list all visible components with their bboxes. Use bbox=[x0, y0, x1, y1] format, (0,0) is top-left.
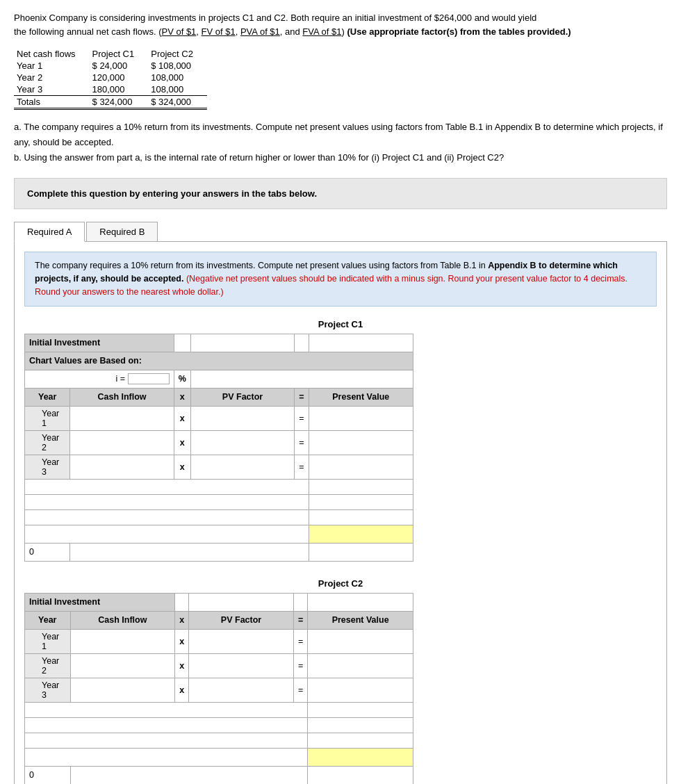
c1-year3-pv-field[interactable] bbox=[313, 462, 409, 472]
c2-year3-cash-inflow-field[interactable] bbox=[75, 685, 171, 695]
c1-year3-pv-factor-field[interactable] bbox=[195, 462, 290, 472]
project-c2-table: Initial Investment Year Cash Inflow x PV… bbox=[24, 593, 413, 784]
c1-year1-present-value[interactable] bbox=[309, 406, 413, 430]
c1-year3-cash-inflow-field[interactable] bbox=[74, 462, 169, 472]
c1-init-pv-input[interactable] bbox=[309, 334, 413, 352]
c2-year1-cash-inflow[interactable] bbox=[70, 629, 175, 653]
c2-year3-pv-field[interactable] bbox=[312, 685, 409, 695]
c1-year2-pv-factor-field[interactable] bbox=[195, 438, 290, 448]
c1-year1-cash-inflow[interactable] bbox=[70, 406, 174, 430]
c1-th-year: Year bbox=[25, 388, 70, 406]
c1-yellow-value[interactable] bbox=[309, 525, 413, 543]
c2-init-pv-input[interactable] bbox=[308, 593, 413, 611]
c1-yellow-field[interactable] bbox=[313, 529, 409, 539]
c2-init-factor-input[interactable] bbox=[189, 593, 294, 611]
c1-i-label: i = bbox=[25, 370, 174, 388]
c2-year1-pv-field[interactable] bbox=[312, 637, 409, 646]
c1-pct-symbol: % bbox=[174, 370, 190, 388]
c1-year1-equals: = bbox=[295, 406, 309, 430]
c2-year1-cash-inflow-field[interactable] bbox=[75, 637, 171, 646]
c1-empty1-right[interactable] bbox=[309, 479, 413, 494]
totals-c2: $ 324,000 bbox=[148, 96, 207, 109]
c2-year2-cash-inflow[interactable] bbox=[70, 653, 175, 678]
fva-link[interactable]: FVA of $1 bbox=[302, 26, 341, 37]
c2-year3-pv-factor[interactable] bbox=[189, 678, 294, 702]
c2-year2-cash-inflow-field[interactable] bbox=[75, 661, 171, 671]
c2-yellow-value[interactable] bbox=[308, 748, 413, 766]
c2-year2-present-value[interactable] bbox=[308, 653, 413, 678]
c2-year1-x: x bbox=[175, 629, 189, 653]
c2-empty1-right[interactable] bbox=[308, 702, 413, 717]
c2-year1-present-value[interactable] bbox=[308, 629, 413, 653]
project-c1-title: Project C1 bbox=[24, 319, 657, 329]
c1-zero-label: 0 bbox=[25, 543, 70, 561]
info-text-3: (Negative net present values should be i… bbox=[186, 274, 399, 284]
complete-text: Complete this question by entering your … bbox=[27, 188, 317, 199]
c1-empty2-right-field[interactable] bbox=[313, 497, 409, 507]
c2-year3-pv-factor-field[interactable] bbox=[193, 685, 289, 695]
c1-th-equals: = bbox=[295, 388, 309, 406]
c1-year2-present-value[interactable] bbox=[309, 430, 413, 455]
pv-link[interactable]: PV of $1 bbox=[161, 26, 196, 37]
c1-init-pv-field[interactable] bbox=[313, 338, 409, 348]
c1-zero-pv-field[interactable] bbox=[313, 547, 409, 557]
c1-year2-cash-inflow-field[interactable] bbox=[74, 438, 169, 448]
c1-init-factor-input[interactable] bbox=[190, 334, 294, 352]
c2-zero-pv[interactable] bbox=[308, 766, 413, 784]
c2-yellow-field[interactable] bbox=[312, 752, 409, 762]
tab-required-b[interactable]: Required B bbox=[86, 222, 158, 241]
c1-empty2-right[interactable] bbox=[309, 494, 413, 509]
col-header-3: Project C2 bbox=[148, 48, 207, 60]
c1-empty1-right-field[interactable] bbox=[313, 482, 409, 491]
c2-empty2-right-field[interactable] bbox=[312, 720, 409, 730]
c1-year1-cash-inflow-field[interactable] bbox=[74, 414, 169, 423]
c1-initial-investment-label: Initial Investment bbox=[25, 334, 174, 352]
fv-link[interactable]: FV of $1 bbox=[202, 26, 236, 37]
c2-empty3-right[interactable] bbox=[308, 733, 413, 748]
c1-init-factor-field[interactable] bbox=[195, 338, 290, 348]
c1-year1-pv-factor[interactable] bbox=[190, 406, 294, 430]
c1-year3-cash-inflow[interactable] bbox=[70, 455, 174, 479]
c2-year1-pv-factor-field[interactable] bbox=[193, 637, 289, 646]
row-year2-label: Year 2 bbox=[14, 72, 90, 83]
c2-empty3-right-field[interactable] bbox=[312, 735, 409, 745]
tab-required-a[interactable]: Required A bbox=[14, 222, 85, 242]
c1-zero-pv[interactable] bbox=[309, 543, 413, 561]
c2-empty1-right-field[interactable] bbox=[312, 705, 409, 714]
c2-year3-cash-inflow[interactable] bbox=[70, 678, 175, 702]
c1-empty3-right-field[interactable] bbox=[313, 512, 409, 522]
c1-year1-pv-factor-field[interactable] bbox=[195, 414, 290, 423]
c1-year2-pv-factor[interactable] bbox=[190, 430, 294, 455]
c1-year3-pv-factor[interactable] bbox=[190, 455, 294, 479]
c1-year2-cash-inflow[interactable] bbox=[70, 430, 174, 455]
col-header-2: Project C1 bbox=[90, 48, 149, 60]
c2-year2-pv-factor-field[interactable] bbox=[193, 661, 289, 671]
c1-year2-pv-field[interactable] bbox=[313, 438, 409, 448]
c2-init-pv-field[interactable] bbox=[312, 597, 409, 607]
c2-init-x bbox=[175, 593, 189, 611]
pva-link[interactable]: PVA of $1 bbox=[240, 26, 280, 37]
c2-zero-spacer bbox=[70, 766, 308, 784]
c2-empty2-left bbox=[25, 717, 308, 733]
c2-th-x: x bbox=[175, 611, 189, 629]
c1-year3-present-value[interactable] bbox=[309, 455, 413, 479]
c1-th-pv-factor: PV Factor bbox=[190, 388, 294, 406]
c1-i-input[interactable] bbox=[128, 373, 170, 384]
c1-year1-pv-field[interactable] bbox=[313, 414, 409, 423]
c2-year2-equals: = bbox=[293, 653, 307, 678]
project-c2-section: Project C2 Initial Investment Year Cash … bbox=[24, 578, 657, 784]
c2-year2-pv-factor[interactable] bbox=[189, 653, 294, 678]
project-c2-title: Project C2 bbox=[24, 578, 657, 589]
c2-zero-pv-field[interactable] bbox=[312, 770, 409, 780]
totals-c1: $ 324,000 bbox=[90, 96, 149, 109]
c2-year1-equals: = bbox=[293, 629, 307, 653]
c2-init-factor-field[interactable] bbox=[193, 597, 289, 607]
c1-empty3-right[interactable] bbox=[309, 509, 413, 525]
c2-year3-present-value[interactable] bbox=[308, 678, 413, 702]
intro-text-2: the following annual net cash flows. ( bbox=[14, 26, 161, 37]
row-year1-label: Year 1 bbox=[14, 60, 90, 72]
c2-year2-pv-field[interactable] bbox=[312, 661, 409, 671]
c2-empty2-right[interactable] bbox=[308, 717, 413, 733]
row-year2-c1: 120,000 bbox=[90, 72, 149, 83]
c2-year1-pv-factor[interactable] bbox=[189, 629, 294, 653]
